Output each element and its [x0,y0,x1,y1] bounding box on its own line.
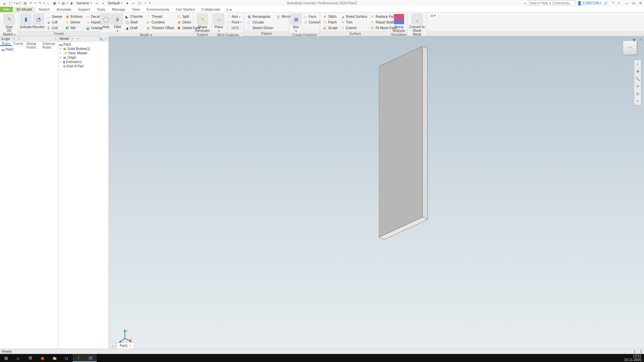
appearance-dropdown[interactable]: Default▾ [107,1,124,5]
nav-orbit-icon[interactable]: ⟳ [635,83,640,89]
shell-button[interactable]: ▢Shell [123,19,144,25]
nav-lookat-icon[interactable]: ◎ [635,91,640,96]
ilogic-tab-external-rules[interactable]: External Rules [41,42,58,46]
grey-sphere-icon[interactable]: ● [101,0,106,6]
search-button[interactable]: ⌕ [12,354,24,362]
fx-icon[interactable]: ƒx [137,0,142,6]
stitch-button[interactable]: ✚Stitch [321,14,339,19]
taskbar-discord[interactable]: ◘ [60,354,72,362]
close-button[interactable]: ✕ [638,1,643,5]
model-node-view[interactable]: +⎇View: Master [59,51,108,55]
nav-pan-icon[interactable]: ✥ [635,69,640,74]
tab-get-started[interactable]: Get Started [172,7,198,12]
material-icon[interactable]: ◐ [69,0,75,6]
help-icon[interactable]: ? [610,0,616,6]
3d-model-shape[interactable] [379,46,446,247]
viewport-restore-icon[interactable]: ▣ [631,37,637,42]
loft-button[interactable]: ⬙Loft [45,19,63,25]
viewport-close-icon[interactable]: ✕ [638,37,643,42]
revolve-button[interactable]: ◔Revolve [32,13,44,29]
trim-button[interactable]: ✂Trim [339,19,368,25]
taskbar-firefox[interactable]: ◉ [36,354,48,362]
plane-button[interactable]: ▱Plane▾ [213,13,224,33]
stress-analysis-button[interactable]: StressAnalysis [392,13,406,33]
tab-3d-model[interactable]: 3D Model [13,7,35,12]
combine-button[interactable]: ⊕Combine [145,19,175,25]
model-node-solid-bodies[interactable]: +🖿Solid Bodies(1) [59,47,108,51]
thicken-button[interactable]: ▤Thicken/ Offset [145,25,175,31]
doc-tab-close[interactable]: × [130,344,132,348]
tab-manage[interactable]: Manage [109,7,129,12]
taskbar-inventor[interactable]: I [72,354,85,362]
start-2d-sketch-button[interactable]: ✎ Start2D Sketch ▾ [1,13,17,37]
appearance-icon[interactable]: ▦ [60,0,66,6]
minimize-button[interactable]: — [625,1,629,5]
taskbar-explorer[interactable]: 🖿 [48,354,60,362]
extend-button[interactable]: ⇥Extend [339,25,368,31]
face-button[interactable]: ▱Face [302,14,321,19]
param-red-icon[interactable]: ● [125,0,130,6]
shape-generator-button[interactable]: ✦ShapeGenerator [195,13,210,33]
ilogic-close[interactable]: × [13,37,15,41]
param-orange-icon[interactable]: ● [131,0,136,6]
tab-environments[interactable]: Environments [143,7,172,12]
cart-icon[interactable]: 🛒 [603,0,608,6]
model-root[interactable]: ▬Part1 [59,42,108,47]
model-add[interactable]: + [77,37,79,41]
panel-grip-icon[interactable]: ≡ [54,37,57,41]
panel-grip-icon[interactable]: 🔍 ≡ [99,37,107,41]
point-button[interactable]: ✧Point ▾ [225,19,243,25]
model-node-extrusion[interactable]: +▮Extrusion1 [59,60,108,64]
sketch-driven-button[interactable]: ⋮Sketch Driven [246,25,274,31]
select-icon[interactable]: ▣ [52,0,57,6]
model-node-end-of-part[interactable]: ⊘End of Part [59,64,108,68]
rectangular-pattern-button[interactable]: ▦Rectangular [246,14,274,19]
undo-icon[interactable]: ↶ [28,0,34,6]
material-dropdown[interactable]: Generic▾ [75,1,94,5]
3d-viewport[interactable]: TOP ⌂ ✥ 🔍 ⟳ ◎ ▾ Y X ⌂ Part1× ▣ ✕ [109,36,644,349]
color-sphere-icon[interactable]: ● [95,0,100,6]
tab-view[interactable]: View [129,7,143,12]
home-icon[interactable]: ⌂ [46,0,51,6]
chamfer-button[interactable]: ◣Chamfer [123,14,144,19]
tab-collaborate[interactable]: Collaborate [198,7,224,12]
taskview-button[interactable]: ⧉ [24,354,36,362]
sculpt-button[interactable]: ◐Sculpt [321,25,339,31]
nav-zoom-icon[interactable]: 🔍 [635,76,640,81]
extrude-button[interactable]: ▮Extrude [20,13,32,29]
doc-tab-home[interactable]: ⌂ [109,343,116,349]
patch-button[interactable]: ▢Patch [321,19,339,25]
save-icon[interactable]: ▤ [22,0,28,6]
thread-button[interactable]: ⌇Thread [145,14,175,19]
tab-annotate[interactable]: Annotate [53,7,75,12]
model-close[interactable]: × [71,37,73,41]
tab-file[interactable]: File [0,7,13,12]
emboss-button[interactable]: ▣Emboss [64,14,84,19]
ilogic-tree-part[interactable]: ▬Part1 [1,47,57,52]
tab-extras[interactable]: ⊙ ▾ [226,8,232,12]
ribbon-options[interactable]: ⊙ ▾ [430,13,437,18]
derive-button[interactable]: ⎆Derive [64,19,84,25]
hole-button[interactable]: ◯Hole [101,13,111,29]
draft-button[interactable]: ◢Draft [123,25,144,31]
system-clock[interactable]: 13:51 16-11-2020 [622,354,644,362]
ilogic-add[interactable]: + [18,37,20,41]
user-account[interactable]: 👤 17087139 ▾ [577,1,601,5]
model-node-origin[interactable]: +🖿Origin [59,55,108,60]
ilogic-tab-global-forms[interactable]: Global Forms [25,42,41,46]
ilogic-tab-rules[interactable]: Rules [0,42,12,46]
mirror-button[interactable]: ⧎Mirror [275,14,291,19]
open-icon[interactable]: ▸▢ [16,0,21,6]
redo-icon[interactable]: ↷ [37,0,42,6]
sweep-button[interactable]: ◡Sweep [45,14,63,19]
coil-button[interactable]: §Coil [45,25,63,31]
taskbar-app[interactable]: ▤ [85,354,97,362]
axis-button[interactable]: ╱Axis ▾ [225,14,243,19]
tab-inspect[interactable]: Inspect [75,7,93,12]
start-button[interactable]: ⊞ [0,354,12,362]
rib-button[interactable]: ◩Rib [64,25,84,31]
box-button[interactable]: ▣Box▾ [291,13,301,33]
ilogic-tab-forms[interactable]: Forms [12,42,25,46]
ruled-surface-button[interactable]: ◢Ruled Surface [339,14,368,19]
tab-tools[interactable]: Tools [93,7,109,12]
